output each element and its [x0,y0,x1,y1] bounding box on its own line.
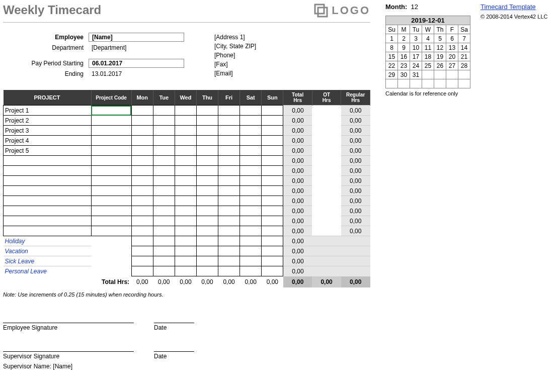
hours-cell[interactable] [262,206,283,216]
hours-cell[interactable] [196,126,218,136]
month-value[interactable]: 12 [411,3,418,11]
project-name-cell[interactable]: Project 1 [4,106,92,116]
project-code-cell[interactable] [91,196,131,206]
row-ot-hrs[interactable] [312,216,341,226]
leave-hours-cell[interactable] [131,236,153,246]
hours-cell[interactable] [175,136,196,146]
hours-cell[interactable] [131,216,153,226]
hours-cell[interactable] [240,116,262,126]
hours-cell[interactable] [153,136,175,146]
hours-cell[interactable] [153,116,175,126]
hours-cell[interactable] [196,146,218,156]
hours-cell[interactable] [175,216,196,226]
hours-cell[interactable] [240,176,262,186]
hours-cell[interactable] [153,186,175,196]
leave-hours-cell[interactable] [240,266,262,276]
row-ot-hrs[interactable] [312,196,341,206]
leave-hours-cell[interactable] [218,266,240,276]
hours-cell[interactable] [262,226,283,236]
hours-cell[interactable] [131,156,153,166]
hours-cell[interactable] [196,176,218,186]
hours-cell[interactable] [153,156,175,166]
address-line3[interactable]: [Phone] [214,52,235,59]
pay-period-start-input[interactable]: 06.01.2017 [89,59,184,68]
hours-cell[interactable] [218,216,240,226]
hours-cell[interactable] [131,206,153,216]
project-code-cell[interactable] [91,156,131,166]
hours-cell[interactable] [196,106,218,116]
hours-cell[interactable] [262,156,283,166]
hours-cell[interactable] [175,196,196,206]
address-line5[interactable]: [Email] [214,70,233,77]
row-ot-hrs[interactable] [312,176,341,186]
hours-cell[interactable] [218,106,240,116]
hours-cell[interactable] [196,166,218,176]
hours-cell[interactable] [262,216,283,226]
project-code-cell[interactable] [91,176,131,186]
leave-hours-cell[interactable] [153,236,175,246]
hours-cell[interactable] [131,146,153,156]
hours-cell[interactable] [218,176,240,186]
hours-cell[interactable] [240,196,262,206]
hours-cell[interactable] [131,226,153,236]
leave-hours-cell[interactable] [175,256,196,266]
hours-cell[interactable] [153,206,175,216]
hours-cell[interactable] [153,216,175,226]
project-name-cell[interactable] [4,216,92,226]
row-ot-hrs[interactable] [312,166,341,176]
project-name-cell[interactable]: Project 2 [4,116,92,126]
hours-cell[interactable] [218,146,240,156]
hours-cell[interactable] [196,216,218,226]
address-line4[interactable]: [Fax] [214,61,228,68]
project-code-cell[interactable] [91,206,131,216]
leave-hours-cell[interactable] [262,236,283,246]
hours-cell[interactable] [131,126,153,136]
project-code-cell[interactable] [91,226,131,236]
hours-cell[interactable] [175,126,196,136]
project-name-cell[interactable]: Project 5 [4,146,92,156]
hours-cell[interactable] [175,186,196,196]
project-name-cell[interactable] [4,196,92,206]
leave-hours-cell[interactable] [153,246,175,256]
hours-cell[interactable] [218,196,240,206]
project-name-cell[interactable]: Project 3 [4,126,92,136]
row-ot-hrs[interactable] [312,136,341,146]
leave-hours-cell[interactable] [218,256,240,266]
project-name-cell[interactable] [4,156,92,166]
project-code-cell[interactable] [91,126,131,136]
project-code-cell[interactable] [91,106,131,116]
hours-cell[interactable] [240,146,262,156]
hours-cell[interactable] [240,206,262,216]
hours-cell[interactable] [218,126,240,136]
leave-hours-cell[interactable] [240,256,262,266]
hours-cell[interactable] [153,176,175,186]
hours-cell[interactable] [175,116,196,126]
hours-cell[interactable] [175,166,196,176]
hours-cell[interactable] [153,226,175,236]
leave-hours-cell[interactable] [196,256,218,266]
hours-cell[interactable] [131,166,153,176]
hours-cell[interactable] [175,206,196,216]
hours-cell[interactable] [240,136,262,146]
hours-cell[interactable] [131,176,153,186]
leave-hours-cell[interactable] [175,246,196,256]
hours-cell[interactable] [196,196,218,206]
hours-cell[interactable] [153,126,175,136]
leave-hours-cell[interactable] [196,266,218,276]
leave-hours-cell[interactable] [218,236,240,246]
leave-hours-cell[interactable] [262,266,283,276]
leave-hours-cell[interactable] [262,246,283,256]
hours-cell[interactable] [153,166,175,176]
row-ot-hrs[interactable] [312,186,341,196]
timecard-template-link[interactable]: Timecard Template [481,3,536,11]
hours-cell[interactable] [262,136,283,146]
hours-cell[interactable] [196,156,218,166]
hours-cell[interactable] [175,106,196,116]
hours-cell[interactable] [262,166,283,176]
project-code-cell[interactable] [91,116,131,126]
hours-cell[interactable] [196,226,218,236]
project-code-cell[interactable] [91,146,131,156]
row-ot-hrs[interactable] [312,156,341,166]
hours-cell[interactable] [196,116,218,126]
leave-hours-cell[interactable] [153,256,175,266]
